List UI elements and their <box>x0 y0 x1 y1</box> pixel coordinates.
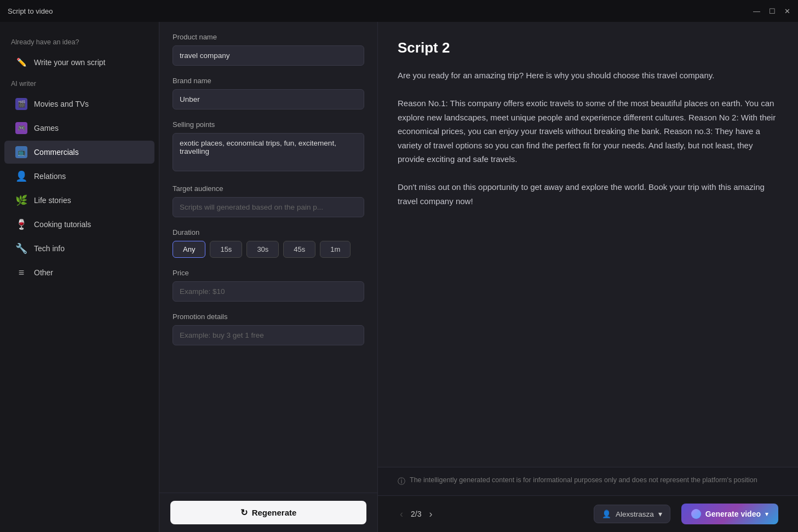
sidebar-other-label: Other <box>34 268 53 277</box>
commercials-icon: 📺 <box>15 146 27 158</box>
regenerate-button[interactable]: ↻ Regenerate <box>170 501 366 524</box>
product-name-input[interactable] <box>173 45 364 66</box>
target-audience-field: Target audience <box>173 184 364 217</box>
sidebar-movies-label: Movies and TVs <box>34 100 89 108</box>
script-footer: ‹ 2/3 › 👤 Alexstrasza ▾ Generate video ▾ <box>378 495 798 532</box>
sidebar-item-other[interactable]: ≡ Other <box>4 261 154 284</box>
sidebar-item-relations[interactable]: 👤 Relations <box>4 165 154 188</box>
generate-video-button[interactable]: Generate video ▾ <box>681 504 778 524</box>
sidebar-life-label: Life stories <box>34 196 71 205</box>
right-panel: Script 2 Are you ready for an amazing tr… <box>378 22 798 532</box>
user-name: Alexstrasza <box>616 510 654 518</box>
generate-video-label: Generate video <box>705 510 761 518</box>
duration-field: Duration Any 15s 30s 45s 1m <box>173 228 364 258</box>
sidebar-item-commercials[interactable]: 📺 Commercials <box>4 141 154 164</box>
duration-any[interactable]: Any <box>173 241 205 258</box>
pencil-icon: ✏️ <box>15 56 27 68</box>
regenerate-bar: ↻ Regenerate <box>159 493 377 532</box>
info-icon: ⓘ <box>398 477 405 487</box>
user-chevron-icon: ▾ <box>658 510 662 518</box>
duration-group: Any 15s 30s 45s 1m <box>173 241 364 258</box>
generate-video-icon <box>691 509 701 519</box>
selling-points-label: Selling points <box>173 120 364 129</box>
pagination: ‹ 2/3 › <box>398 506 434 522</box>
prev-page-button[interactable]: ‹ <box>398 506 405 522</box>
script-disclaimer: ⓘ The intelligently generated content is… <box>378 467 798 495</box>
brand-name-input[interactable] <box>173 89 364 109</box>
product-name-label: Product name <box>173 33 364 41</box>
cooking-icon: 🍷 <box>15 218 27 230</box>
page-display: 2/3 <box>411 510 421 518</box>
close-button[interactable]: ✕ <box>784 7 790 15</box>
user-button[interactable]: 👤 Alexstrasza ▾ <box>594 505 670 523</box>
main-layout: Already have an idea? ✏️ Write your own … <box>0 22 798 532</box>
script-body: Are you ready for an amazing trip? Here … <box>398 68 778 208</box>
other-icon: ≡ <box>15 267 27 279</box>
title-bar: Script to video — ☐ ✕ <box>0 0 798 22</box>
target-audience-label: Target audience <box>173 184 364 193</box>
duration-45s[interactable]: 45s <box>283 241 315 258</box>
sidebar-commercials-label: Commercials <box>34 148 79 157</box>
sidebar-item-movies[interactable]: 🎬 Movies and TVs <box>4 92 154 115</box>
price-label: Price <box>173 269 364 277</box>
target-audience-input[interactable] <box>173 197 364 217</box>
price-field: Price <box>173 269 364 302</box>
promotion-input[interactable] <box>173 325 364 345</box>
maximize-button[interactable]: ☐ <box>769 7 776 15</box>
life-icon: 🌿 <box>15 194 27 206</box>
sidebar-games-label: Games <box>34 124 59 132</box>
duration-30s[interactable]: 30s <box>246 241 279 258</box>
duration-1m[interactable]: 1m <box>320 241 351 258</box>
sidebar-item-cooking[interactable]: 🍷 Cooking tutorials <box>4 213 154 236</box>
promotion-field: Promotion details <box>173 313 364 345</box>
brand-name-label: Brand name <box>173 77 364 85</box>
script-content-area: Script 2 Are you ready for an amazing tr… <box>378 22 798 467</box>
sidebar-cooking-label: Cooking tutorials <box>34 220 91 229</box>
user-icon: 👤 <box>602 510 611 518</box>
duration-15s[interactable]: 15s <box>210 241 242 258</box>
sidebar-tech-label: Tech info <box>34 244 65 253</box>
script-title: Script 2 <box>398 39 778 56</box>
product-name-field: Product name <box>173 33 364 66</box>
form-scroll-area: Product name Brand name Selling points e… <box>159 22 377 493</box>
sidebar-item-tech[interactable]: 🔧 Tech info <box>4 237 154 260</box>
sidebar-section-label-2: AI writer <box>0 74 159 92</box>
sidebar-item-games[interactable]: 🎮 Games <box>4 117 154 140</box>
promotion-label: Promotion details <box>173 313 364 321</box>
games-icon: 🎮 <box>15 122 27 134</box>
selling-points-field: Selling points exotic places, economical… <box>173 120 364 174</box>
window-controls: — ☐ ✕ <box>753 7 790 15</box>
center-panel: Product name Brand name Selling points e… <box>159 22 378 532</box>
relations-icon: 👤 <box>15 170 27 182</box>
price-input[interactable] <box>173 281 364 302</box>
next-page-button[interactable]: › <box>427 506 434 522</box>
sidebar-section-label-1: Already have an idea? <box>0 33 159 50</box>
app-title: Script to video <box>8 7 53 15</box>
disclaimer-text: The intelligently generated content is f… <box>410 476 757 484</box>
sidebar: Already have an idea? ✏️ Write your own … <box>0 22 159 532</box>
regenerate-label: Regenerate <box>252 508 297 517</box>
sidebar-item-life-stories[interactable]: 🌿 Life stories <box>4 189 154 212</box>
brand-name-field: Brand name <box>173 77 364 109</box>
selling-points-input[interactable]: exotic places, economical trips, fun, ex… <box>173 133 364 171</box>
generate-chevron-icon: ▾ <box>765 511 768 518</box>
sidebar-item-write-own[interactable]: ✏️ Write your own script <box>4 51 154 74</box>
duration-label: Duration <box>173 228 364 236</box>
sidebar-relations-label: Relations <box>34 172 66 181</box>
sidebar-write-own-label: Write your own script <box>34 58 105 67</box>
tech-icon: 🔧 <box>15 242 27 255</box>
regenerate-icon: ↻ <box>240 507 248 518</box>
minimize-button[interactable]: — <box>753 7 760 15</box>
movies-icon: 🎬 <box>15 98 27 110</box>
